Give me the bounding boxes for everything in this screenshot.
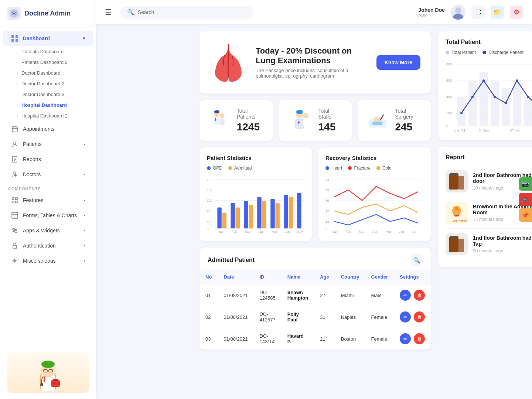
svg-rect-74	[297, 193, 301, 229]
stat-staffs-image	[287, 108, 313, 133]
stat-staffs-label: Total Staffs	[318, 108, 344, 120]
patient-statistics-chart: Patient Statistics OPD Admitted 200 160	[200, 147, 312, 241]
sidebar-item-miscellaneous[interactable]: Miscellaneous ›	[3, 253, 93, 268]
svg-text:Jun: Jun	[399, 230, 404, 233]
sidebar-item-doctor-dashboard[interactable]: Doctor Dashboard	[0, 68, 96, 78]
col-country: Country	[335, 270, 365, 284]
float-button-camera[interactable]: 📷	[519, 177, 532, 191]
sidebar-item-authentication[interactable]: Authentication ›	[3, 238, 93, 253]
edit-button[interactable]: ✏	[400, 333, 411, 344]
report-thumbnail: WARNING	[446, 202, 468, 224]
svg-rect-72	[284, 195, 288, 228]
search-input[interactable]	[138, 9, 247, 15]
patient-stats-title: Patient Statistics	[207, 155, 305, 161]
user-info: Johen Doe ADMIN	[418, 7, 445, 17]
svg-point-27	[40, 383, 43, 386]
delete-button[interactable]: 🗑	[414, 311, 425, 323]
col-no: No	[200, 270, 218, 284]
svg-point-29	[453, 14, 463, 20]
svg-text:May: May	[272, 230, 278, 233]
stat-total-staffs: Total Staffs 145	[279, 100, 352, 141]
sidebar-item-doctors[interactable]: Doctors ›	[3, 167, 93, 182]
svg-rect-63	[222, 213, 226, 229]
svg-rect-42	[298, 122, 300, 123]
svg-rect-62	[217, 207, 221, 228]
svg-text:120: 120	[207, 199, 212, 202]
svg-text:0: 0	[446, 124, 448, 128]
charts-row: Patient Statistics OPD Admitted 200 160	[200, 147, 431, 241]
menu-icon[interactable]: ☰	[105, 8, 112, 17]
svg-point-15	[15, 231, 17, 233]
sidebar-item-patients-dashboard[interactable]: Patients Dashboard	[0, 46, 96, 57]
svg-rect-64	[231, 203, 235, 228]
svg-point-125	[527, 96, 529, 98]
svg-text:36: 36	[325, 199, 329, 202]
delete-button[interactable]: 🗑	[414, 290, 425, 301]
svg-text:400: 400	[446, 95, 452, 99]
sidebar-item-patients[interactable]: Patients ›	[3, 137, 93, 151]
svg-rect-1	[11, 35, 14, 38]
forms-tables-label: Forms, Tables & Charts	[23, 212, 77, 218]
svg-text:45: 45	[325, 188, 329, 192]
sidebar-item-doctor-dashboard-2[interactable]: Doctor Dashboard 2	[0, 78, 96, 89]
stat-surgery-label: Total Surgery	[395, 108, 423, 120]
svg-text:40: 40	[207, 220, 211, 224]
total-patient-title: Total Patient	[446, 39, 532, 45]
svg-rect-139	[454, 215, 459, 216]
sidebar-item-features[interactable]: Features ›	[3, 193, 93, 208]
sidebar-item-doctor-dashboard-3[interactable]: Doctor Dashboard 3	[0, 89, 96, 100]
table-row: 01 01/08/2021 DO-124585 Shawn Hampton 27…	[200, 284, 431, 306]
sidebar-item-appointments[interactable]: Appointments	[3, 122, 93, 136]
sidebar: Docline Admin Dashboard ▾ Patients Dashb…	[0, 0, 96, 399]
svg-point-120	[471, 96, 474, 98]
report-card: Report 2nd floor Bathroom had a broken d…	[438, 147, 532, 267]
patients-table: No Date ID Name Age Country Gender Setti…	[200, 270, 431, 349]
legend-total-patient: Total Patient	[446, 50, 476, 55]
svg-text:18: 18	[325, 220, 329, 224]
delete-button[interactable]: 🗑	[414, 333, 425, 344]
promo-desc: The Package price includes: consultoin o…	[256, 68, 368, 79]
svg-rect-111	[468, 81, 477, 126]
fullscreen-button[interactable]: ⛶	[471, 6, 485, 19]
app-logo: Docline Admin	[0, 0, 96, 27]
svg-rect-11	[12, 201, 14, 203]
notifications-button[interactable]: 📁	[491, 6, 504, 19]
svg-rect-13	[12, 212, 18, 218]
stat-total-patients: Total Patients 1245	[200, 100, 273, 141]
col-id: ID	[253, 270, 281, 284]
svg-rect-31	[214, 117, 219, 125]
svg-text:9: 9	[325, 227, 327, 231]
settings-button[interactable]: ⚙	[510, 6, 523, 19]
sidebar-item-hospital-dashboard-2[interactable]: Hospital Dashboard 2	[0, 110, 96, 121]
svg-rect-16	[13, 245, 17, 248]
float-button-game[interactable]: 🎮	[519, 193, 532, 206]
svg-rect-26	[53, 379, 58, 381]
svg-text:600: 600	[446, 79, 452, 82]
sidebar-item-reports[interactable]: Reports	[3, 152, 93, 167]
svg-rect-143	[458, 239, 464, 252]
report-thumbnail	[446, 170, 468, 192]
svg-point-8	[14, 172, 16, 174]
promo-know-more-button[interactable]: Know More	[376, 55, 420, 70]
user-role: ADMIN	[418, 13, 445, 17]
svg-point-124	[516, 79, 518, 82]
svg-rect-116	[524, 97, 532, 126]
edit-button[interactable]: ✏	[400, 290, 411, 301]
avatar[interactable]	[451, 5, 466, 20]
sidebar-item-patients-dashboard-2[interactable]: Patients Dashboard 2	[0, 57, 96, 68]
svg-text:80: 80	[207, 209, 211, 213]
float-button-pin[interactable]: 📌	[519, 208, 532, 222]
table-search-button[interactable]: 🔍	[411, 254, 423, 266]
sidebar-item-dashboard[interactable]: Dashboard ▾	[3, 31, 93, 46]
sidebar-item-forms-tables-charts[interactable]: Forms, Tables & Charts ›	[3, 208, 93, 223]
svg-point-121	[482, 79, 485, 82]
miscellaneous-label: Miscellaneous	[23, 258, 56, 264]
edit-button[interactable]: ✏	[400, 311, 411, 323]
svg-rect-66	[244, 201, 248, 228]
svg-rect-70	[270, 199, 274, 229]
sidebar-item-apps-widgets[interactable]: Apps & Widgets ›	[3, 223, 93, 238]
legend-fracture: Fracture	[348, 166, 371, 171]
sidebar-item-hospital-dashboard[interactable]: Hospital Dashboard	[0, 100, 96, 110]
svg-rect-39	[296, 120, 303, 128]
table-header-row: No Date ID Name Age Country Gender Setti…	[200, 270, 431, 284]
